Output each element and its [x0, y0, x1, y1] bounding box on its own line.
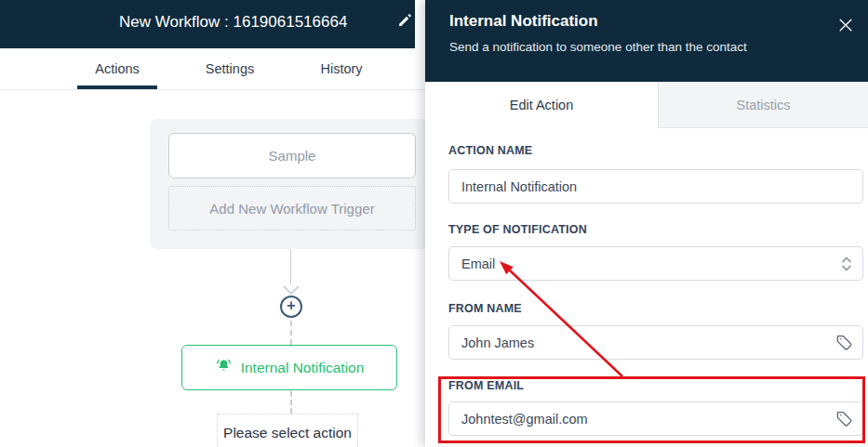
- connector-dashed-line: [290, 321, 292, 345]
- action-name-input[interactable]: [448, 169, 863, 204]
- notification-type-label: TYPE OF NOTIFICATION: [448, 223, 587, 236]
- active-tab-underline: [77, 85, 157, 89]
- from-email-label: FROM EMAIL: [448, 379, 524, 392]
- workflow-title: New Workflow : 1619061516664: [119, 13, 347, 32]
- close-panel-button[interactable]: [836, 16, 855, 34]
- from-name-label: FROM NAME: [448, 302, 522, 315]
- pencil-icon: [397, 15, 413, 31]
- tab-settings[interactable]: Settings: [190, 48, 270, 89]
- tab-actions[interactable]: Actions: [77, 48, 157, 89]
- workflow-header: New Workflow : 1619061516664: [0, 0, 415, 48]
- action-name-label: ACTION NAME: [448, 144, 532, 157]
- updown-chevron-icon: [839, 253, 854, 275]
- panel-subtitle: Send a notification to someone other tha…: [449, 40, 868, 54]
- notification-type-value: Email: [461, 256, 495, 271]
- plus-icon: +: [287, 297, 295, 313]
- select-action-placeholder[interactable]: Please select action: [217, 414, 358, 447]
- panel-header: Internal Notification Send a notificatio…: [425, 0, 868, 82]
- from-email-input[interactable]: [448, 401, 863, 436]
- bell-icon: [215, 357, 233, 378]
- close-icon: [836, 21, 855, 37]
- internal-notification-node[interactable]: Internal Notification: [181, 345, 397, 390]
- action-node-label: Internal Notification: [241, 360, 365, 376]
- workflow-builder-app: New Workflow : 1619061516664 Actions Set…: [0, 0, 868, 447]
- tab-history[interactable]: History: [304, 48, 379, 89]
- panel-tabs: Edit Action Statistics: [425, 82, 868, 128]
- add-action-button[interactable]: +: [280, 296, 302, 318]
- sample-trigger-button[interactable]: Sample: [168, 133, 416, 178]
- edit-workflow-name-button[interactable]: [397, 12, 414, 29]
- from-name-input[interactable]: [448, 325, 863, 360]
- tab-edit-action[interactable]: Edit Action: [425, 82, 658, 128]
- connector-line: [290, 249, 291, 284]
- action-settings-panel: Internal Notification Send a notificatio…: [425, 0, 868, 447]
- panel-title: Internal Notification: [449, 12, 868, 31]
- tag-icon[interactable]: [835, 334, 853, 351]
- tab-statistics[interactable]: Statistics: [658, 82, 868, 128]
- connector-dashed-line: [290, 391, 292, 414]
- notification-type-select[interactable]: Email: [448, 246, 863, 281]
- add-new-workflow-trigger-button[interactable]: Add New Workflow Trigger: [168, 186, 416, 230]
- tag-icon[interactable]: [835, 410, 853, 427]
